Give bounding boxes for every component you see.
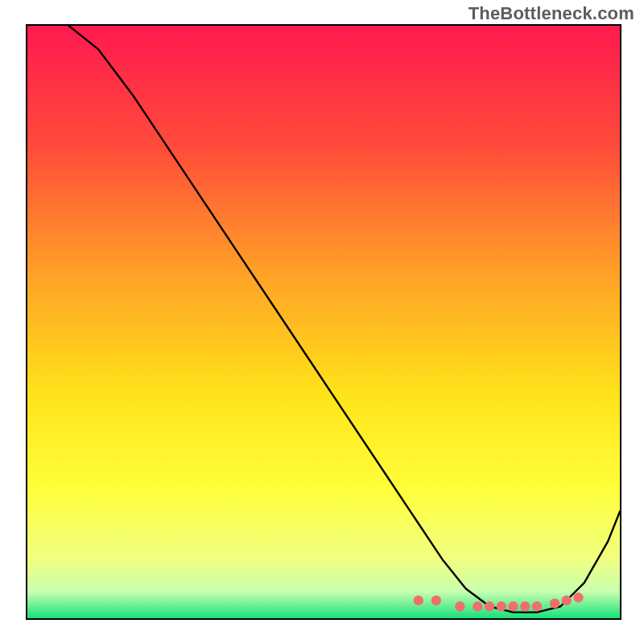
marker-dot [520, 601, 530, 611]
marker-dot [562, 596, 572, 605]
marker-dot [431, 596, 441, 605]
plot-area [26, 24, 621, 620]
marker-dot [573, 592, 583, 602]
marker-dot [414, 596, 423, 605]
marker-dot [550, 598, 559, 608]
marker-dot [508, 601, 518, 611]
marker-dot [473, 601, 482, 611]
watermark-label: TheBottleneck.com [469, 3, 634, 24]
gradient-background [27, 26, 620, 618]
chart-stage: TheBottleneck.com [0, 0, 644, 644]
plot-svg [27, 26, 620, 618]
marker-dot [532, 601, 542, 611]
marker-dot [497, 601, 506, 611]
marker-dot [485, 601, 494, 611]
marker-dot [455, 601, 464, 611]
